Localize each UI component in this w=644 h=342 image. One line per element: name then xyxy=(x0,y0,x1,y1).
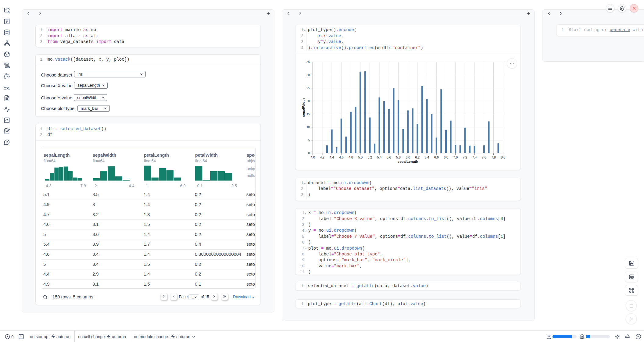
svg-text:8.0: 8.0 xyxy=(501,155,505,159)
svg-text:6.0: 6.0 xyxy=(406,155,410,159)
svg-text:7.0: 7.0 xyxy=(453,155,458,159)
svg-text:5: 5 xyxy=(308,138,310,142)
svg-text:4.8: 4.8 xyxy=(349,155,353,159)
svg-text:0: 0 xyxy=(308,151,310,155)
svg-text:4.6: 4.6 xyxy=(339,155,344,159)
svg-text:4.2: 4.2 xyxy=(320,155,325,159)
svg-text:6.4: 6.4 xyxy=(425,155,429,159)
svg-text:7.6: 7.6 xyxy=(482,155,486,159)
svg-text:30: 30 xyxy=(306,73,310,77)
svg-text:4.0: 4.0 xyxy=(310,155,315,159)
svg-text:10: 10 xyxy=(306,125,310,129)
svg-text:5.2: 5.2 xyxy=(368,155,372,159)
svg-text:7.4: 7.4 xyxy=(472,155,477,159)
svg-text:15: 15 xyxy=(306,112,310,116)
svg-text:sepalWidth: sepalWidth xyxy=(302,98,305,117)
svg-text:5.6: 5.6 xyxy=(387,155,391,159)
svg-text:5.0: 5.0 xyxy=(358,155,363,159)
svg-text:25: 25 xyxy=(306,86,310,90)
svg-text:7.2: 7.2 xyxy=(463,155,467,159)
svg-text:sepalLength: sepalLength xyxy=(398,160,418,163)
svg-text:4.4: 4.4 xyxy=(330,155,334,159)
svg-text:35: 35 xyxy=(306,60,310,64)
svg-text:7.8: 7.8 xyxy=(491,155,496,159)
svg-text:5.4: 5.4 xyxy=(377,155,382,159)
svg-text:6.2: 6.2 xyxy=(415,155,420,159)
svg-text:6.8: 6.8 xyxy=(444,155,448,159)
svg-text:20: 20 xyxy=(306,99,310,103)
svg-text:5.8: 5.8 xyxy=(396,155,401,159)
svg-text:6.6: 6.6 xyxy=(434,155,439,159)
